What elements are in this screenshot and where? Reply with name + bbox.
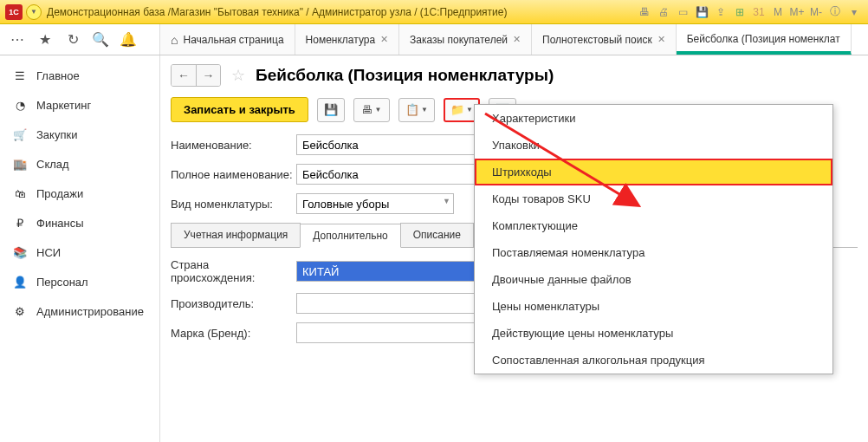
ruble-icon: ₽ bbox=[12, 215, 28, 231]
tab-label: Полнотекстовый поиск bbox=[542, 34, 652, 46]
favorite-icon[interactable]: ★ bbox=[36, 31, 54, 49]
calendar-icon[interactable]: 31 bbox=[750, 3, 768, 21]
dropdown-item-barcodes[interactable]: Штрихкоды bbox=[475, 159, 832, 185]
dropdown-item-sku[interactable]: Коды товаров SKU bbox=[475, 185, 832, 212]
inner-tab-additional[interactable]: Дополнительно bbox=[300, 224, 400, 248]
warehouse-icon: 🏬 bbox=[12, 156, 28, 172]
dropdown-item-supplied[interactable]: Поставляемая номенклатура bbox=[475, 239, 832, 266]
close-icon[interactable]: ✕ bbox=[380, 34, 388, 45]
toolbar-row: ⋯ ★ ↻ 🔍 🔔 ⌂ Начальная страница Номенклат… bbox=[0, 24, 868, 55]
content: ← → ☆ Бейсболка (Позиция номенклатуры) З… bbox=[160, 55, 868, 442]
sidebar-label: Главное bbox=[36, 69, 80, 82]
gear-icon: ⚙ bbox=[12, 303, 28, 319]
chevron-down-icon: ▼ bbox=[466, 106, 473, 114]
calc-icon[interactable]: ⊞ bbox=[731, 3, 748, 21]
fullname-label: Полное наименование: bbox=[171, 168, 296, 181]
sidebar-item-nsi[interactable]: 📚НСИ bbox=[0, 237, 159, 267]
favorite-star-icon[interactable]: ☆ bbox=[228, 65, 249, 86]
dropdown-item-packaging[interactable]: Упаковки bbox=[475, 132, 832, 159]
type-label: Вид номенклатуры: bbox=[171, 198, 296, 211]
forward-button[interactable]: → bbox=[196, 65, 220, 86]
doc-icon[interactable]: ▭ bbox=[674, 3, 691, 21]
country-label: Страна происхождения: bbox=[171, 258, 296, 284]
save-close-button[interactable]: Записать и закрыть bbox=[171, 97, 308, 122]
sidebar-label: Администрирование bbox=[36, 305, 144, 318]
manufacturer-label: Производитель: bbox=[171, 297, 296, 310]
m-icon[interactable]: M bbox=[769, 3, 787, 21]
tab-label: Номенклатура bbox=[306, 34, 376, 46]
search-icon[interactable]: 🔍 bbox=[92, 31, 109, 49]
info-icon[interactable]: ⓘ bbox=[826, 3, 844, 21]
sidebar-label: Маркетинг bbox=[36, 99, 91, 112]
dropdown-item-characteristics[interactable]: Характеристики bbox=[475, 105, 832, 132]
dropdown-item-components[interactable]: Комплектующие bbox=[475, 212, 832, 239]
tab-nomenclature[interactable]: Номенклатура ✕ bbox=[295, 24, 400, 55]
home-icon: ⌂ bbox=[171, 33, 178, 47]
inner-tab-description[interactable]: Описание bbox=[400, 223, 474, 247]
title-dropdown-icon[interactable]: ▼ bbox=[26, 4, 42, 20]
sidebar-item-finance[interactable]: ₽Финансы bbox=[0, 208, 159, 237]
close-icon[interactable]: ✕ bbox=[513, 34, 521, 45]
sidebar-item-warehouse[interactable]: 🏬Склад bbox=[0, 149, 159, 179]
dropdown-item-binary[interactable]: Двоичные данные файлов bbox=[475, 266, 832, 293]
tab-home[interactable]: ⌂ Начальная страница bbox=[160, 24, 295, 55]
inner-tab-accounting[interactable]: Учетная информация bbox=[171, 223, 301, 247]
sidebar-label: Продажи bbox=[36, 187, 83, 200]
book-icon: 📚 bbox=[12, 244, 28, 260]
minimize-icon[interactable]: ▾ bbox=[845, 3, 863, 21]
brand-label: Марка (Бренд): bbox=[171, 327, 296, 340]
sidebar-label: Склад bbox=[36, 158, 69, 171]
apps-icon[interactable]: ⋯ bbox=[9, 31, 26, 49]
tab-orders[interactable]: Заказы покупателей ✕ bbox=[399, 24, 532, 55]
sidebar-item-admin[interactable]: ⚙Администрирование bbox=[0, 296, 159, 326]
tab-label: Бейсболка (Позиция номенклат bbox=[687, 33, 840, 45]
tabs-bar: ⌂ Начальная страница Номенклатура ✕ Зака… bbox=[160, 24, 868, 55]
printer-icon[interactable]: 🖨 bbox=[655, 3, 672, 21]
nav-buttons: ← → bbox=[171, 64, 221, 87]
sidebar-item-staff[interactable]: 👤Персонал bbox=[0, 267, 159, 296]
title-toolbar: 🖶 🖨 ▭ 💾 ⇪ ⊞ 31 M M+ M- ⓘ ▾ bbox=[636, 3, 863, 21]
tab-search[interactable]: Полнотекстовый поиск ✕ bbox=[532, 24, 677, 55]
type-input[interactable] bbox=[296, 193, 454, 214]
title-bar: 1C ▼ Демонстрационная база /Магазин "Быт… bbox=[0, 0, 868, 24]
bag-icon: 🛍 bbox=[12, 185, 28, 201]
tab-label: Начальная страница bbox=[183, 34, 283, 46]
sidebar-item-purchases[interactable]: 🛒Закупки bbox=[0, 120, 159, 149]
sidebar-label: Персонал bbox=[36, 276, 88, 289]
sidebar-item-marketing[interactable]: ◔Маркетинг bbox=[0, 90, 159, 120]
chevron-down-icon: ▼ bbox=[374, 106, 381, 114]
sidebar-label: Финансы bbox=[36, 217, 84, 230]
window-title: Демонстрационная база /Магазин "Бытовая … bbox=[47, 6, 636, 18]
dropdown-item-alcohol[interactable]: Сопоставленная алкогольная продукция bbox=[475, 347, 832, 374]
sidebar-item-sales[interactable]: 🛍Продажи bbox=[0, 179, 159, 208]
goto-dropdown: Характеристики Упаковки Штрихкоды Коды т… bbox=[474, 104, 833, 374]
page-title: Бейсболка (Позиция номенклатуры) bbox=[256, 66, 554, 85]
chevron-down-icon: ▼ bbox=[421, 106, 428, 114]
close-icon[interactable]: ✕ bbox=[657, 34, 665, 45]
name-label: Наименование: bbox=[171, 139, 296, 152]
bell-icon[interactable]: 🔔 bbox=[120, 31, 137, 49]
dropdown-item-prices[interactable]: Цены номенклатуры bbox=[475, 293, 832, 320]
save-icon[interactable]: 💾 bbox=[693, 3, 710, 21]
cart-icon: 🛒 bbox=[12, 127, 28, 142]
sidebar-item-main[interactable]: ☰Главное bbox=[0, 61, 159, 90]
m-minus-icon[interactable]: M- bbox=[807, 3, 825, 21]
save-button[interactable]: 💾 bbox=[317, 98, 345, 122]
history-icon[interactable]: ↻ bbox=[64, 31, 81, 49]
back-button[interactable]: ← bbox=[172, 65, 196, 86]
sidebar: ☰Главное ◔Маркетинг 🛒Закупки 🏬Склад 🛍Про… bbox=[0, 55, 160, 442]
main-area: ☰Главное ◔Маркетинг 🛒Закупки 🏬Склад 🛍Про… bbox=[0, 55, 868, 442]
print-menu-button[interactable]: 🖶▼ bbox=[353, 98, 390, 122]
app-logo: 1C bbox=[5, 4, 23, 20]
page-header: ← → ☆ Бейсболка (Позиция номенклатуры) bbox=[171, 64, 858, 87]
tab-current[interactable]: Бейсболка (Позиция номенклат bbox=[677, 24, 852, 55]
sidebar-label: Закупки bbox=[36, 128, 77, 141]
dropdown-item-active-prices[interactable]: Действующие цены номенклатуры bbox=[475, 320, 832, 347]
person-icon: 👤 bbox=[12, 274, 28, 289]
tab-label: Заказы покупателей bbox=[410, 34, 508, 46]
chevron-down-icon[interactable]: ▼ bbox=[443, 197, 450, 205]
export-icon[interactable]: ⇪ bbox=[712, 3, 729, 21]
copy-menu-button[interactable]: 📋▼ bbox=[398, 98, 435, 122]
print-icon[interactable]: 🖶 bbox=[636, 3, 653, 21]
m-plus-icon[interactable]: M+ bbox=[788, 3, 806, 21]
